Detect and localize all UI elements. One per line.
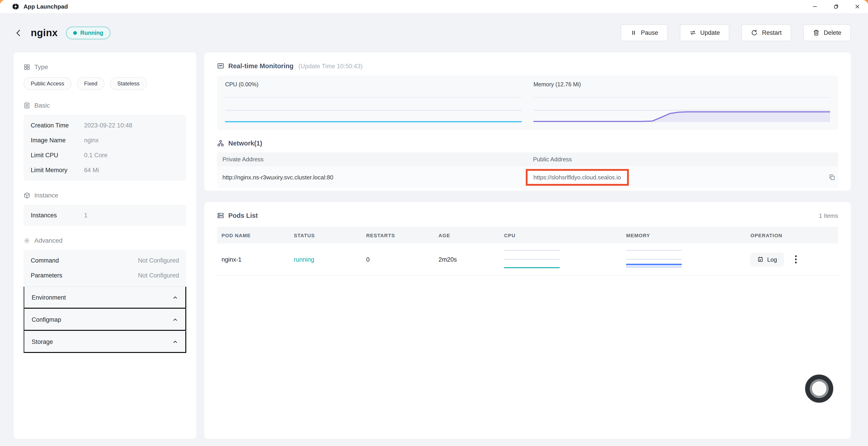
cube-icon bbox=[24, 192, 30, 199]
accordion-configmap[interactable]: Configmap bbox=[24, 309, 186, 331]
basic-row: Limit CPU0.1 Core bbox=[24, 148, 186, 163]
pod-name: nginx-1 bbox=[217, 256, 289, 263]
status-badge-label: Running bbox=[80, 30, 103, 36]
network-title: Network(1) bbox=[228, 140, 262, 147]
window-controls bbox=[804, 0, 868, 13]
status-dot-icon bbox=[73, 31, 76, 35]
pause-icon bbox=[630, 29, 637, 36]
assist-button-ring bbox=[810, 379, 829, 398]
copy-address-button[interactable] bbox=[829, 174, 835, 181]
monitoring-update-time: (Update Time 10:50:43) bbox=[298, 63, 363, 69]
trash-icon bbox=[813, 29, 819, 36]
instance-panel: Instances1 bbox=[24, 205, 186, 226]
advanced-section-header: Advanced bbox=[24, 237, 186, 244]
pod-status: running bbox=[289, 256, 362, 263]
status-badge: Running bbox=[66, 26, 110, 39]
cpu-chart-label: CPU (0.00%) bbox=[225, 81, 522, 88]
pod-cpu-sparkline bbox=[504, 249, 560, 270]
type-section-title: Type bbox=[34, 63, 48, 70]
grid-icon bbox=[24, 63, 30, 70]
col-pod-name: Pod Name bbox=[217, 232, 289, 238]
header-actions: Pause Update Restart Delete bbox=[620, 24, 851, 41]
network-table-row: http://nginx.ns-r3wuxiry.svc.cluster.loc… bbox=[217, 166, 838, 188]
maximize-button[interactable] bbox=[826, 0, 847, 13]
network-table-header: Private Address Public Address bbox=[217, 152, 838, 166]
accordion-storage[interactable]: Storage bbox=[24, 331, 186, 353]
delete-button[interactable]: Delete bbox=[803, 24, 851, 41]
memory-chart-label: Memory (12.76 Mi) bbox=[533, 81, 830, 88]
app-window: App Launchpad nginx Running bbox=[0, 0, 868, 446]
window-titlebar: App Launchpad bbox=[0, 0, 868, 13]
pause-button[interactable]: Pause bbox=[620, 24, 668, 41]
private-address-value: http://nginx.ns-r3wuxiry.svc.cluster.loc… bbox=[217, 174, 528, 181]
monitor-chart-icon bbox=[217, 62, 224, 70]
col-operation: Operation bbox=[746, 232, 838, 238]
basic-row: Image Namenginx bbox=[24, 133, 186, 148]
network-table: Private Address Public Address http://ng… bbox=[217, 152, 838, 188]
col-cpu: CPU bbox=[500, 232, 622, 238]
app-logo-icon bbox=[12, 3, 20, 10]
basic-panel: Creation Time2023-09-22 10:48 Image Name… bbox=[24, 115, 186, 181]
chevron-up-icon bbox=[172, 294, 178, 300]
page-header: nginx Running Pause Update Restart bbox=[0, 13, 868, 53]
tag-stateless: Stateless bbox=[110, 77, 147, 90]
private-address-column-header: Private Address bbox=[217, 156, 528, 163]
update-icon bbox=[689, 29, 696, 36]
monitoring-panel: CPU (0.00%) Memory (12.76 Mi) bbox=[217, 75, 838, 130]
chevron-up-icon bbox=[172, 339, 178, 345]
basic-row: Limit Memory64 Mi bbox=[24, 163, 186, 178]
advanced-section-title: Advanced bbox=[34, 237, 63, 244]
restart-icon bbox=[751, 29, 758, 36]
monitoring-header: Real-time Monitoring (Update Time 10:50:… bbox=[217, 62, 838, 70]
back-button[interactable] bbox=[13, 28, 24, 38]
memory-chart-plot bbox=[533, 92, 830, 125]
basic-row: Creation Time2023-09-22 10:48 bbox=[24, 118, 186, 133]
pods-count: 1 Items bbox=[819, 212, 838, 219]
monitoring-network-card: Real-time Monitoring (Update Time 10:50:… bbox=[204, 53, 851, 191]
pod-row: nginx-1 running 0 2m20s bbox=[217, 244, 838, 276]
list-icon bbox=[217, 212, 224, 219]
pods-title: Pods List bbox=[228, 212, 258, 219]
monitoring-title: Real-time Monitoring bbox=[228, 62, 293, 70]
update-button[interactable]: Update bbox=[680, 24, 730, 41]
window-title: App Launchpad bbox=[24, 3, 68, 10]
pods-card: Pods List 1 Items Pod Name Status Restar… bbox=[204, 202, 851, 439]
sidebar: Type Public Access Fixed Stateless Basic… bbox=[13, 53, 196, 439]
basic-section-title: Basic bbox=[34, 102, 50, 109]
pods-header: Pods List 1 Items bbox=[217, 212, 838, 219]
log-button[interactable]: Log bbox=[750, 252, 784, 266]
cpu-chart: CPU (0.00%) bbox=[225, 81, 522, 125]
minimize-button[interactable] bbox=[804, 0, 826, 13]
close-button[interactable] bbox=[847, 0, 868, 13]
col-status: Status bbox=[289, 232, 362, 238]
col-restarts: Restarts bbox=[362, 232, 434, 238]
page-content: Type Public Access Fixed Stateless Basic… bbox=[0, 53, 868, 446]
memory-chart: Memory (12.76 Mi) bbox=[533, 81, 830, 125]
instance-section-header: Instance bbox=[24, 192, 186, 199]
instance-section-title: Instance bbox=[34, 192, 58, 199]
advanced-row: ParametersNot Configured bbox=[24, 268, 186, 283]
type-tags: Public Access Fixed Stateless bbox=[24, 77, 186, 90]
accordion-environment[interactable]: Environment bbox=[24, 286, 186, 309]
tag-fixed: Fixed bbox=[77, 77, 105, 90]
copy-icon bbox=[829, 174, 835, 181]
pod-age: 2m20s bbox=[434, 256, 500, 263]
log-icon bbox=[757, 256, 764, 262]
col-memory: Memory bbox=[622, 232, 746, 238]
pod-memory-sparkline bbox=[626, 249, 682, 270]
main-column: Real-time Monitoring (Update Time 10:50:… bbox=[204, 53, 851, 439]
floating-assist-button[interactable] bbox=[805, 374, 834, 403]
advanced-panel: CommandNot Configured ParametersNot Conf… bbox=[24, 250, 186, 353]
pod-more-menu-button[interactable] bbox=[793, 254, 798, 265]
type-section-header: Type bbox=[24, 63, 186, 70]
pods-table-header: Pod Name Status Restarts Age CPU Memory … bbox=[217, 227, 838, 244]
document-icon bbox=[24, 102, 30, 109]
public-address-link[interactable]: https://slohsrlfldyo.cloud.sealos.io bbox=[526, 169, 629, 186]
public-address-cell: https://slohsrlfldyo.cloud.sealos.io bbox=[528, 169, 838, 186]
restart-button[interactable]: Restart bbox=[742, 24, 791, 41]
pod-operation-cell: Log bbox=[746, 252, 838, 266]
instance-row: Instances1 bbox=[24, 208, 186, 223]
advanced-row: CommandNot Configured bbox=[24, 253, 186, 268]
network-header: Network(1) bbox=[217, 140, 838, 147]
public-address-column-header: Public Address bbox=[528, 156, 838, 163]
